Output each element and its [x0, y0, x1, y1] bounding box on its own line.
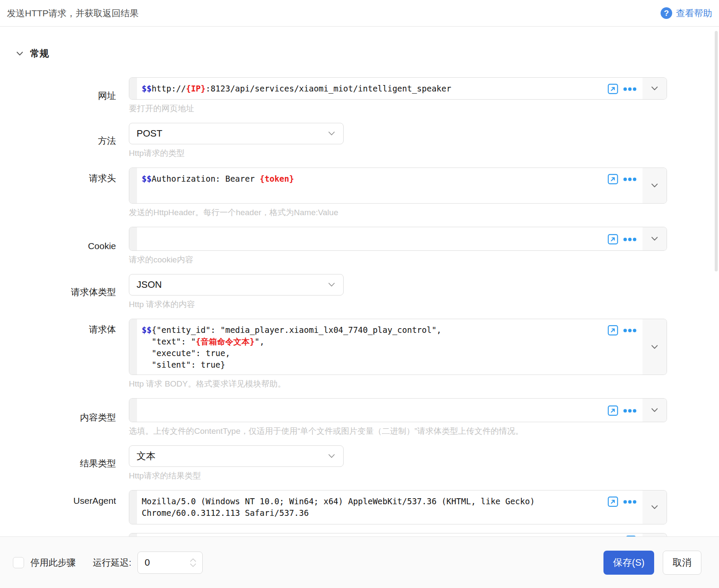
body-input[interactable]: $${"entity_id": "media_player.xiaomi_lx0…	[129, 319, 667, 375]
stepper-up-icon	[190, 558, 196, 562]
headers-text: Authorization: Bearer	[152, 174, 260, 183]
dollar-token: $$	[142, 84, 152, 93]
headers-label: 请求头	[0, 168, 116, 184]
headers-input[interactable]: $$Authorization: Bearer {token}	[129, 168, 667, 204]
more-options-icon[interactable]	[623, 87, 637, 91]
field-row-body-type: 请求体类型 JSON Http 请求体的内容	[0, 274, 719, 310]
stepper-down-icon	[190, 563, 196, 567]
cookie-value	[137, 227, 667, 250]
more-options-icon[interactable]	[623, 329, 637, 332]
editor-gutter	[129, 78, 137, 99]
field-row-cookie: Cookie 请求的cookie内容	[0, 227, 719, 265]
chevron-down-icon	[650, 84, 659, 93]
open-expanded-editor-icon[interactable]	[607, 496, 618, 507]
ip-variable-token: {IP}	[186, 84, 206, 93]
open-expanded-editor-icon[interactable]	[607, 405, 618, 416]
field-row-result-type: 结果类型 文本 Http请求的结果类型	[0, 445, 719, 481]
cancel-button[interactable]: 取消	[663, 551, 701, 575]
field-collapse-toggle[interactable]	[643, 168, 667, 203]
body-type-selected-value: JSON	[137, 279, 162, 290]
editor-gutter	[129, 319, 137, 375]
content-type-value	[137, 399, 667, 422]
editor-gutter	[129, 227, 137, 250]
url-input[interactable]: $$http://{IP}:8123/api/services/xiaomi_m…	[129, 77, 667, 100]
body-line1: {"entity_id": "media_player.xiaomi_lx04_…	[152, 325, 442, 335]
run-delay-label: 运行延迟:	[93, 557, 131, 569]
useragent-input[interactable]: Mozilla/5.0 (Windows NT 10.0; Win64; x64…	[129, 490, 667, 524]
section-title: 常规	[30, 47, 49, 60]
more-options-icon[interactable]	[623, 177, 637, 181]
field-row-useragent: UserAgent Mozilla/5.0 (Windows NT 10.0; …	[0, 490, 719, 524]
open-expanded-editor-icon[interactable]	[607, 325, 618, 336]
field-collapse-toggle[interactable]	[643, 227, 667, 250]
headers-value: $$Authorization: Bearer {token}	[137, 168, 667, 203]
more-options-icon[interactable]	[623, 409, 637, 413]
useragent-value: Mozilla/5.0 (Windows NT 10.0; Win64; x64…	[137, 491, 667, 524]
editor-gutter	[129, 168, 137, 203]
cookie-label: Cookie	[0, 241, 116, 252]
body-type-label: 请求体类型	[0, 286, 116, 298]
chevron-down-icon	[327, 280, 336, 289]
chevron-down-icon	[650, 406, 659, 414]
result-type-helper: Http请求的结果类型	[129, 470, 667, 481]
result-type-label: 结果类型	[0, 458, 116, 469]
field-collapse-toggle[interactable]	[643, 399, 667, 422]
chevron-down-icon	[650, 503, 659, 512]
headers-helper: 发送的HttpHeader。每行一个header，格式为Name:Value	[129, 207, 667, 218]
chevron-down-icon	[15, 49, 24, 58]
dialog-title: 发送HTTP请求，并获取返回结果	[7, 7, 139, 19]
method-helper: Http请求的类型	[129, 148, 667, 159]
chevron-down-icon	[327, 129, 336, 138]
editor-gutter	[129, 399, 137, 422]
body-helper: Http 请求 BODY。格式要求详见模块帮助。	[129, 378, 667, 390]
save-button[interactable]: 保存(S)	[603, 551, 654, 575]
method-selected-value: POST	[137, 128, 162, 139]
useragent-line2: Chrome/60.0.3112.113 Safari/537.36	[142, 508, 309, 518]
field-row-headers: 请求头 $$Authorization: Bearer {token} 发送的H…	[0, 168, 719, 218]
dialog-footer: 停用此步骤 运行延迟: 保存(S) 取消	[0, 536, 719, 588]
token-variable-token: {token}	[260, 174, 294, 183]
help-label: 查看帮助	[676, 7, 712, 19]
field-row-method: 方法 POST Http请求的类型	[0, 123, 719, 159]
disable-step-checkbox[interactable]	[13, 557, 24, 568]
url-text-rest: :8123/api/services/xiaomi_miot/intellige…	[206, 84, 451, 93]
body-type-select[interactable]: JSON	[129, 274, 344, 296]
chevron-down-icon	[650, 181, 659, 190]
run-delay-input-wrap	[137, 551, 203, 574]
field-collapse-toggle[interactable]	[643, 319, 667, 375]
content-type-input[interactable]	[129, 398, 667, 422]
content-type-helper: 选填。上传文件的ContentType，仅适用于使用“单个文件或图片变量（二进制…	[129, 426, 667, 437]
method-select[interactable]: POST	[129, 123, 344, 144]
body-line3: "execute": true,	[142, 348, 230, 358]
view-help-link[interactable]: ? 查看帮助	[661, 7, 712, 19]
form-body: 常规 网址 $$http://{IP}:8123/api/services/xi…	[0, 27, 719, 550]
body-label: 请求体	[0, 319, 116, 335]
more-options-icon[interactable]	[623, 238, 637, 241]
open-expanded-editor-icon[interactable]	[607, 174, 618, 185]
number-stepper[interactable]	[190, 558, 196, 567]
chevron-down-icon	[650, 343, 659, 351]
url-label: 网址	[0, 90, 116, 101]
vertical-scrollbar[interactable]	[715, 31, 718, 271]
body-line2-post: ",	[255, 337, 265, 346]
body-type-helper: Http 请求体的内容	[129, 299, 667, 310]
open-expanded-editor-icon[interactable]	[607, 234, 618, 245]
field-row-content-type: 内容类型 选填。上传文件的ContentType，仅适用于使用“单个文件或图片变	[0, 398, 719, 437]
more-options-icon[interactable]	[623, 500, 637, 504]
disable-step-label: 停用此步骤	[30, 557, 76, 569]
field-row-body: 请求体 $${"entity_id": "media_player.xiaomi…	[0, 319, 719, 390]
useragent-line1: Mozilla/5.0 (Windows NT 10.0; Win64; x64…	[142, 497, 535, 506]
useragent-label: UserAgent	[0, 490, 116, 506]
cookie-helper: 请求的cookie内容	[129, 254, 667, 265]
field-collapse-toggle[interactable]	[643, 491, 667, 524]
open-expanded-editor-icon[interactable]	[607, 83, 618, 94]
result-type-select[interactable]: 文本	[129, 445, 344, 467]
field-collapse-toggle[interactable]	[643, 78, 667, 99]
body-line2-pre: "text": "	[142, 337, 196, 346]
editor-gutter	[129, 491, 137, 524]
cookie-input[interactable]	[129, 227, 667, 251]
speaker-command-variable-token: {音箱命令文本}	[196, 337, 255, 346]
dollar-token: $$	[142, 325, 152, 335]
section-general-toggle[interactable]: 常规	[0, 47, 719, 60]
chevron-down-icon	[650, 235, 659, 243]
